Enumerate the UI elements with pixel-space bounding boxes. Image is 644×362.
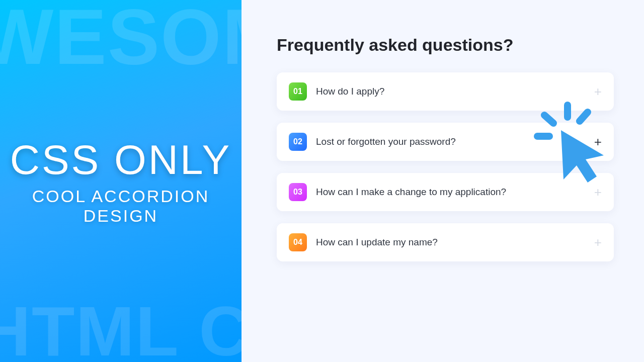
plus-icon[interactable]: + (594, 135, 602, 148)
hero-subtitle: COOL ACCORDION DESIGN (0, 187, 242, 226)
faq-number-badge: 02 (289, 133, 307, 151)
faq-number-badge: 03 (289, 183, 307, 201)
faq-number-badge: 01 (289, 82, 307, 101)
hero-panel: WESOME HTML CSS CSS ONLY COOL ACCORDION … (0, 0, 242, 362)
ghost-text-bottom: HTML CSS (0, 291, 242, 362)
faq-panel: Frequently asked questions? 01How do I a… (242, 0, 644, 362)
ghost-text-top: WESOME (0, 0, 242, 82)
plus-icon[interactable]: + (594, 85, 602, 98)
faq-question-text: How can I update my name? (316, 237, 585, 248)
hero-title: CSS ONLY (0, 136, 242, 184)
faq-question-text: How do I apply? (316, 86, 585, 97)
svg-line-2 (580, 112, 588, 121)
faq-item[interactable]: 01How do I apply?+ (277, 72, 614, 111)
faq-item[interactable]: 04How can I update my name?+ (277, 223, 614, 261)
plus-icon[interactable]: + (594, 236, 602, 249)
plus-icon[interactable]: + (594, 186, 602, 199)
faq-list: 01How do I apply?+02Lost or forgotten yo… (277, 72, 614, 261)
faq-item[interactable]: 02Lost or forgotten your password?+ (277, 123, 614, 161)
svg-line-1 (544, 115, 553, 123)
faq-item[interactable]: 03How can I make a change to my applicat… (277, 173, 614, 211)
faq-question-text: How can I make a change to my applicatio… (316, 187, 585, 198)
faq-question-text: Lost or forgotten your password? (316, 136, 585, 147)
faq-number-badge: 04 (289, 233, 307, 251)
faq-heading: Frequently asked questions? (277, 35, 614, 55)
